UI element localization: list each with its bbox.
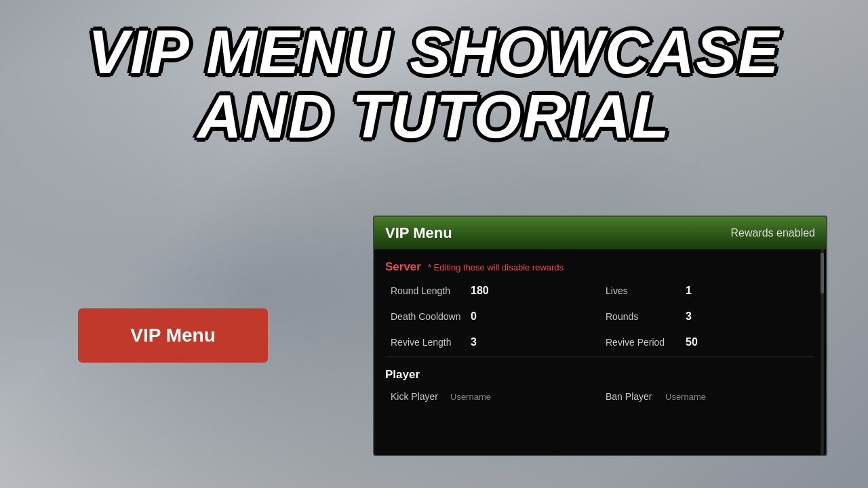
server-section-subtitle: * Editing these will disable rewards <box>428 262 564 272</box>
round-length-value: 180 <box>471 285 498 297</box>
player-section-title: Player <box>385 368 420 382</box>
ban-player-input[interactable]: Username <box>665 392 706 402</box>
rounds-label: Rounds <box>606 311 680 322</box>
panel-header: VIP Menu Rewards enabled <box>374 217 826 249</box>
scrollbar-thumb <box>821 253 824 293</box>
setting-death-cooldown: Death Cooldown 0 <box>385 304 600 329</box>
setting-round-length: Round Length 180 <box>385 278 600 304</box>
vip-menu-button[interactable]: VIP Menu <box>78 308 268 363</box>
rounds-value: 3 <box>686 310 713 323</box>
round-length-label: Round Length <box>391 285 465 296</box>
ban-player-label: Ban Player <box>606 391 660 402</box>
kick-player-item: Kick Player Username <box>385 386 600 407</box>
revive-period-label: Revive Period <box>606 337 680 348</box>
settings-grid: Round Length 180 Lives 1 Death Cooldown … <box>385 278 815 355</box>
kick-player-label: Kick Player <box>391 391 445 402</box>
kick-player-input[interactable]: Username <box>450 392 491 402</box>
revive-period-value: 50 <box>686 336 713 348</box>
panel-body: Server * Editing these will disable rewa… <box>374 249 826 413</box>
death-cooldown-label: Death Cooldown <box>391 311 465 322</box>
setting-revive-length: Revive Length 3 <box>385 329 600 355</box>
setting-lives: Lives 1 <box>600 278 815 304</box>
server-section-header: Server * Editing these will disable rewa… <box>385 255 815 278</box>
title-line2: AND TUTORIAL <box>0 85 868 149</box>
section-divider <box>385 357 815 357</box>
setting-revive-period: Revive Period 50 <box>600 329 815 355</box>
revive-length-label: Revive Length <box>391 337 465 348</box>
player-section: Player Kick Player Username Ban Player U… <box>385 359 815 407</box>
scrollbar[interactable] <box>821 249 824 456</box>
revive-length-value: 3 <box>471 336 498 348</box>
title-line1: VIP MENU SHOWCASE <box>0 20 868 85</box>
setting-rounds: Rounds 3 <box>600 304 815 329</box>
server-section-title: Server <box>385 260 421 274</box>
title-container: VIP MENU SHOWCASE AND TUTORIAL <box>0 20 868 148</box>
vip-button-label: VIP Menu <box>130 325 216 346</box>
player-section-header: Player <box>385 363 815 386</box>
ban-player-item: Ban Player Username <box>600 386 815 407</box>
lives-value: 1 <box>686 285 713 297</box>
player-actions-row: Kick Player Username Ban Player Username <box>385 386 815 407</box>
lives-label: Lives <box>606 285 680 296</box>
death-cooldown-value: 0 <box>471 310 498 323</box>
panel-title: VIP Menu <box>385 224 452 242</box>
vip-panel: VIP Menu Rewards enabled Server * Editin… <box>373 216 827 456</box>
rewards-status: Rewards enabled <box>730 227 815 239</box>
